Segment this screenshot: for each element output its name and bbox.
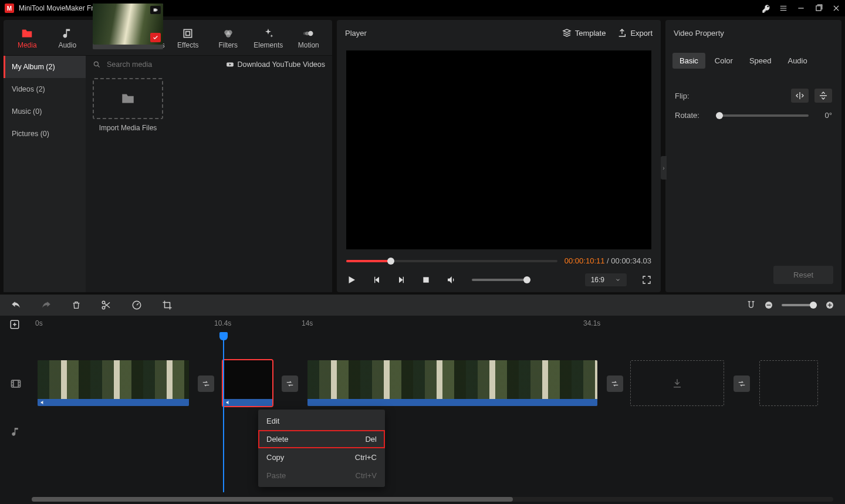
ruler-tick: 10.4s	[214, 319, 231, 327]
delete-button[interactable]	[72, 300, 81, 310]
svg-point-9	[94, 62, 98, 66]
snap-button[interactable]	[746, 300, 756, 310]
next-frame-button[interactable]	[397, 275, 406, 285]
timeline-ruler[interactable]: 0s 10.4s 14s 34.1s	[0, 316, 845, 333]
flip-horizontal-button[interactable]	[791, 89, 809, 103]
collapse-handle[interactable]: ›	[661, 156, 667, 180]
svg-rect-0	[816, 6, 821, 11]
tab-label: Elements	[254, 41, 283, 49]
prop-tab-color[interactable]: Color	[708, 53, 740, 69]
timeline-h-scrollbar[interactable]	[32, 497, 833, 502]
time-sep: /	[604, 256, 611, 265]
player-panel: Player Template Export 00:00:10:11 / 00:…	[337, 20, 661, 292]
speaker-icon	[225, 400, 231, 405]
hamburger-menu-icon[interactable]	[779, 4, 787, 12]
drop-zone[interactable]	[759, 360, 818, 406]
tab-effects[interactable]: Effects	[169, 23, 207, 55]
timeline-clip-2[interactable]	[223, 360, 272, 406]
tab-filters[interactable]: Filters	[209, 23, 248, 55]
premium-key-icon[interactable]	[762, 4, 770, 12]
tab-elements[interactable]: Elements	[249, 23, 288, 55]
rotate-label: Rotate:	[675, 111, 710, 120]
ctx-paste: Paste Ctrl+V	[258, 466, 385, 485]
tab-media[interactable]: Media	[8, 23, 46, 55]
prop-tab-audio[interactable]: Audio	[780, 53, 814, 69]
timeline-clip-1[interactable]	[38, 360, 189, 406]
added-check-icon	[150, 33, 161, 42]
album-myalbum[interactable]: My Album (2)	[4, 56, 86, 78]
svg-rect-16	[767, 305, 771, 305]
volume-icon[interactable]	[446, 275, 457, 285]
zoom-in-button[interactable]	[825, 300, 834, 310]
template-button[interactable]: Template	[562, 28, 606, 38]
tab-motion[interactable]: Motion	[290, 23, 328, 55]
svg-rect-11	[423, 277, 428, 282]
window-minimize-icon[interactable]	[797, 4, 805, 12]
ctx-delete[interactable]: Delete Del	[258, 430, 385, 448]
ctx-edit[interactable]: Edit	[258, 412, 385, 430]
stop-button[interactable]	[421, 275, 431, 285]
media-clip-2[interactable]: 2882622-hd_1920_...	[93, 4, 163, 49]
play-button[interactable]	[346, 275, 357, 285]
timeline-clip-3[interactable]	[307, 360, 597, 406]
transition-slot-2[interactable]	[282, 376, 298, 392]
search-input[interactable]	[107, 60, 220, 69]
export-button[interactable]: Export	[617, 28, 653, 38]
aspect-ratio-value: 16:9	[591, 276, 604, 284]
drop-zone[interactable]	[630, 360, 724, 406]
ctx-copy[interactable]: Copy Ctrl+C	[258, 448, 385, 466]
speed-button[interactable]	[131, 300, 142, 310]
transition-slot-3[interactable]	[607, 376, 623, 392]
transition-slot-1[interactable]	[198, 376, 214, 392]
album-videos[interactable]: Videos (2)	[4, 78, 86, 100]
flip-label: Flip:	[675, 92, 710, 100]
filters-icon	[209, 26, 248, 41]
fullscreen-button[interactable]	[642, 275, 651, 285]
reset-button[interactable]: Reset	[773, 266, 833, 284]
prev-frame-button[interactable]	[372, 275, 381, 285]
rotate-value: 0°	[814, 111, 832, 120]
zoom-slider[interactable]	[782, 304, 817, 306]
prop-tab-basic[interactable]: Basic	[672, 53, 705, 69]
tab-audio[interactable]: Audio	[49, 23, 87, 55]
prop-tab-speed[interactable]: Speed	[742, 53, 779, 69]
import-media-tile[interactable]: Import Media Files	[93, 78, 163, 132]
rotate-slider[interactable]	[716, 114, 809, 117]
zoom-out-button[interactable]	[764, 300, 773, 310]
video-track-icon	[0, 378, 32, 390]
video-badge-icon	[150, 6, 161, 14]
export-label: Export	[630, 29, 653, 38]
redo-button[interactable]	[41, 300, 52, 310]
window-maximize-icon[interactable]	[814, 4, 823, 12]
ctx-accel: Ctrl+V	[356, 471, 377, 480]
download-youtube-button[interactable]: Download YouTube Videos	[226, 60, 325, 69]
add-track-button[interactable]	[9, 319, 20, 330]
ctx-accel: Del	[365, 435, 377, 444]
tab-label: Motion	[298, 41, 319, 49]
aspect-ratio-select[interactable]: 16:9	[585, 273, 627, 286]
playhead[interactable]	[223, 333, 224, 492]
crop-button[interactable]	[162, 300, 173, 310]
split-button[interactable]	[101, 300, 111, 310]
playback-scrubber[interactable]	[346, 260, 557, 262]
ruler-tick: 0s	[35, 319, 43, 327]
transition-slot-4[interactable]	[734, 376, 750, 392]
undo-button[interactable]	[11, 300, 21, 310]
ruler-tick: 34.1s	[583, 319, 600, 327]
download-youtube-label: Download YouTube Videos	[238, 60, 325, 69]
tab-label: Media	[18, 41, 37, 49]
svg-rect-19	[829, 303, 830, 307]
svg-rect-21	[12, 380, 21, 387]
svg-point-8	[303, 32, 306, 35]
ctx-label: Delete	[266, 435, 289, 444]
volume-slider[interactable]	[472, 279, 530, 281]
album-pictures[interactable]: Pictures (0)	[4, 123, 86, 145]
property-panel: › Video Property Basic Color Speed Audio…	[665, 20, 841, 292]
svg-rect-2	[186, 32, 190, 36]
svg-point-5	[226, 32, 231, 37]
flip-vertical-button[interactable]	[814, 89, 832, 103]
preview-stage[interactable]	[346, 50, 651, 249]
album-music[interactable]: Music (0)	[4, 100, 86, 123]
window-close-icon[interactable]	[832, 4, 840, 12]
audio-track-icon	[0, 427, 32, 437]
